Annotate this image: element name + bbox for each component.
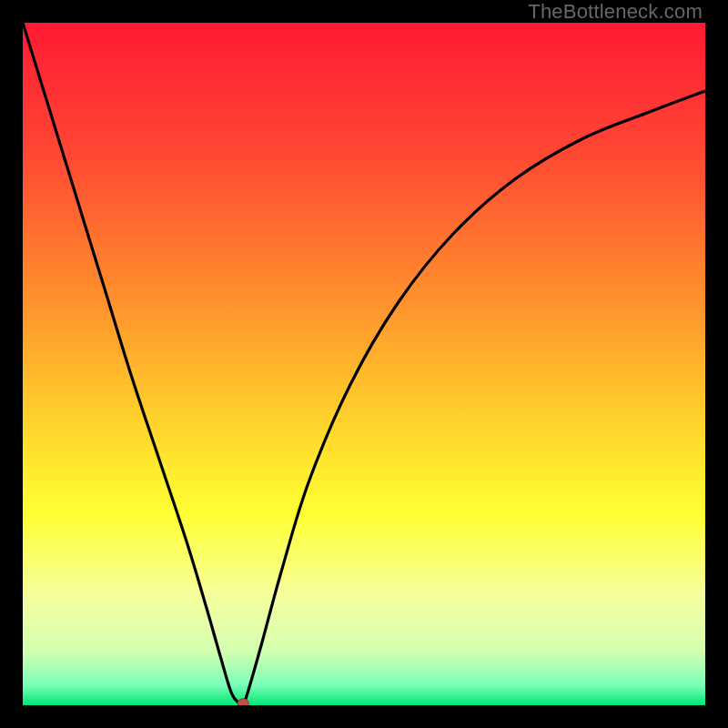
curve-layer — [23, 23, 705, 705]
chart-frame: TheBottleneck.com — [0, 0, 728, 728]
bottleneck-curve — [23, 23, 705, 704]
watermark-text: TheBottleneck.com — [528, 0, 703, 24]
plot-area — [23, 23, 705, 705]
optimum-marker — [238, 699, 248, 705]
